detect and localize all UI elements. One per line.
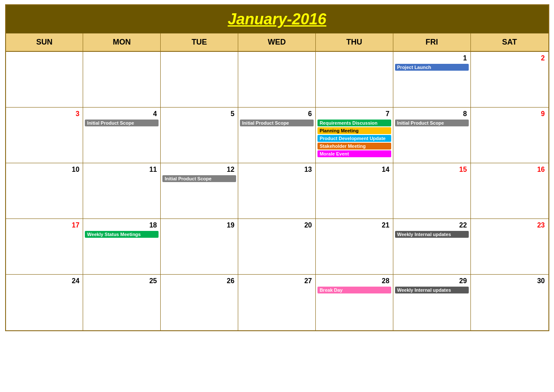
event-initial-product-scope[interactable]: Initial Product Scope [240,120,314,126]
calendar-cell-28: 28Break Day [316,275,393,330]
event-product-development-update[interactable]: Product Development Update [317,135,391,142]
day-number: 17 [8,221,81,230]
calendar-cell-empty [83,52,161,108]
day-number: 28 [317,276,391,286]
calendar-cell-27: 27 [238,275,316,330]
calendar-cell-empty [161,52,238,108]
event-morale-event[interactable]: Morale Event [317,150,391,157]
calendar-cell-13: 13 [238,163,316,219]
day-of-week-mon: MON [83,33,161,51]
event-weekly-status-meetings[interactable]: Weekly Status Meetings [85,231,159,238]
event-planning-meeting[interactable]: Planning Meeting [317,127,391,134]
day-number: 6 [240,109,314,119]
calendar-cell-22: 22Weekly Internal updates [393,219,471,275]
calendar-cell-26: 26 [161,275,238,330]
calendar: January-2016 SUNMONTUEWEDTHUFRISAT 1Proj… [5,4,549,331]
day-number: 18 [85,221,159,230]
calendar-grid: 1Project Launch234Initial Product Scope5… [6,52,548,330]
day-number: 2 [473,54,547,63]
calendar-header: January-2016 [6,5,548,33]
day-number: 3 [8,109,81,119]
day-of-week-wed: WED [238,33,316,51]
calendar-cell-18: 18Weekly Status Meetings [83,219,161,275]
calendar-cell-16: 16 [471,163,548,219]
calendar-cell-24: 24 [6,275,84,330]
event-initial-product-scope[interactable]: Initial Product Scope [395,120,469,126]
calendar-cell-2: 2 [471,52,548,108]
calendar-cell-empty [6,52,84,108]
calendar-cell-12: 12Initial Product Scope [161,163,238,219]
event-project-launch[interactable]: Project Launch [395,64,469,71]
day-number: 23 [473,221,547,230]
day-number: 19 [162,221,236,230]
calendar-cell-25: 25 [83,275,161,330]
calendar-cell-23: 23 [471,219,548,275]
event-stakeholder-meeting[interactable]: Stakeholder Meeting [317,143,391,150]
day-number: 27 [240,276,314,286]
day-number: 8 [395,109,469,119]
day-number: 7 [317,109,391,119]
day-number: 15 [395,165,469,174]
calendar-cell-29: 29Weekly Internal updates [393,275,471,330]
day-number: 13 [240,165,314,174]
day-number: 22 [395,221,469,230]
event-requirements-discussion[interactable]: Requirements Discussion [317,120,391,126]
day-number: 29 [395,276,469,286]
day-of-week-tue: TUE [161,33,238,51]
event-initial-product-scope[interactable]: Initial Product Scope [85,120,159,126]
day-number: 10 [8,165,81,174]
calendar-cell-10: 10 [6,163,84,219]
calendar-cell-17: 17 [6,219,84,275]
day-number: 26 [162,276,236,286]
day-of-week-sun: SUN [6,33,84,51]
calendar-cell-9: 9 [471,108,548,163]
day-number: 9 [473,109,547,119]
calendar-cell-1: 1Project Launch [393,52,471,108]
calendar-title: January-2016 [6,10,548,28]
calendar-cell-20: 20 [238,219,316,275]
event-break-day[interactable]: Break Day [317,287,391,293]
day-number: 12 [162,165,236,174]
calendar-cell-empty [238,52,316,108]
day-number: 20 [240,221,314,230]
day-number: 5 [162,109,236,119]
day-number: 1 [395,54,469,63]
calendar-cell-6: 6Initial Product Scope [238,108,316,163]
calendar-cell-19: 19 [161,219,238,275]
calendar-cell-8: 8Initial Product Scope [393,108,471,163]
event-initial-product-scope[interactable]: Initial Product Scope [162,175,236,182]
calendar-cell-15: 15 [393,163,471,219]
calendar-cell-21: 21 [316,219,393,275]
days-of-week-header: SUNMONTUEWEDTHUFRISAT [6,33,548,52]
day-number: 11 [85,165,159,174]
day-of-week-thu: THU [316,33,393,51]
event-weekly-internal-updates[interactable]: Weekly Internal updates [395,287,469,293]
day-number: 4 [85,109,159,119]
day-number: 25 [85,276,159,286]
calendar-cell-3: 3 [6,108,84,163]
calendar-cell-7: 7Requirements DiscussionPlanning Meeting… [316,108,393,163]
calendar-cell-14: 14 [316,163,393,219]
day-of-week-sat: SAT [471,33,548,51]
day-number: 14 [317,165,391,174]
calendar-cell-30: 30 [471,275,548,330]
calendar-cell-5: 5 [161,108,238,163]
calendar-cell-4: 4Initial Product Scope [83,108,161,163]
calendar-cell-empty [316,52,393,108]
day-number: 16 [473,165,547,174]
event-weekly-internal-updates[interactable]: Weekly Internal updates [395,231,469,238]
calendar-cell-11: 11 [83,163,161,219]
day-of-week-fri: FRI [393,33,471,51]
day-number: 30 [473,276,547,286]
day-number: 24 [8,276,81,286]
day-number: 21 [317,221,391,230]
